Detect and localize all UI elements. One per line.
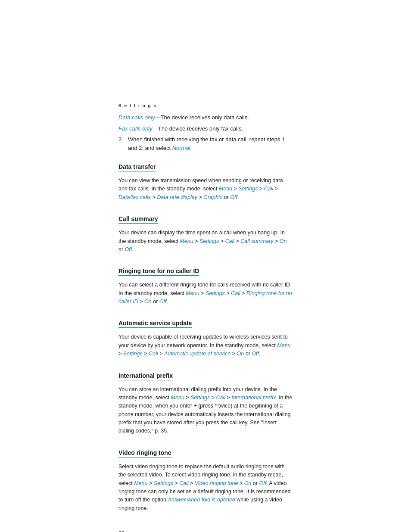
link-settings-as[interactable]: Settings [123,351,143,357]
link-datafaxcalls-dt[interactable]: Data/fax calls [118,194,151,200]
heading-call-summary: Call summary [118,215,158,224]
fax-calls-link[interactable]: Fax calls only [118,125,153,132]
body-call-summary: Your device can display the time spent o… [118,229,293,254]
bullet-number-2: 2. [118,135,125,152]
page-number: 62 [118,530,293,532]
link-answer-when-fold-vrt[interactable]: Answer when fold is opened [168,497,235,503]
link-on-vrt[interactable]: On [244,480,252,486]
section-automatic-service: Automatic service update Your device is … [118,312,293,358]
link-call-ip[interactable]: Call [216,395,226,401]
link-off-dt[interactable]: Off [230,194,237,200]
section-international-prefix: International prefix You can store an in… [118,364,293,436]
body-international-prefix: You can store an international dialing p… [118,386,293,436]
link-off-vrt[interactable]: Off [259,480,266,486]
link-on-as[interactable]: On [237,351,244,357]
numbered-item-2: 2. When finished with receiving the fax … [118,135,293,152]
normal-link[interactable]: Normal [172,145,190,151]
body-ringing-tone: You can select a different ringing tone … [118,281,293,306]
link-menu-dt[interactable]: Menu [219,186,232,192]
link-call-vrt[interactable]: Call [179,480,189,486]
heading-international-prefix: International prefix [118,372,173,380]
content-area: S e t t i n g s Data calls only—The devi… [0,0,411,532]
link-off-cs[interactable]: Off [125,246,132,252]
heading-video-ringing-tone: Video ringing tone [118,449,171,457]
link-graphic-dt[interactable]: Graphic [203,194,222,200]
link-on-rt[interactable]: On [144,299,152,305]
heading-automatic-service: Automatic service update [118,320,192,328]
link-autoupdate-as[interactable]: Automatic update of service [164,351,230,357]
section-video-ringing-tone: Video ringing tone Select video ringing … [118,442,293,513]
link-call-dt[interactable]: Call [264,186,274,192]
section-ringing-tone: Ringing tone for no caller ID You can se… [118,260,293,306]
bullet-data-calls: Data calls only—The device receives only… [118,113,293,122]
link-settings-vrt[interactable]: Settings [154,480,173,486]
link-on-cs[interactable]: On [280,238,287,244]
numbered-item-2-text: When finished with receiving the fax or … [128,135,293,152]
link-off-rt[interactable]: Off [159,299,167,305]
link-ratedisplay-dt[interactable]: Data rate display [157,194,197,200]
link-menu-ip[interactable]: Menu [171,395,184,401]
link-menu-as[interactable]: Menu [277,342,290,348]
link-intlprefix-ip[interactable]: International prefix [231,395,276,401]
heading-ringing-tone: Ringing tone for no caller ID [118,268,199,276]
link-call-as[interactable]: Call [149,351,158,357]
link-settings-ip[interactable]: Settings [190,395,210,401]
link-videotone-vrt[interactable]: Video ringing tone [195,480,238,486]
link-menu-vrt[interactable]: Menu [134,480,147,486]
page-container: S e t t i n g s Data calls only—The devi… [0,0,411,532]
link-off-as[interactable]: Off [252,351,259,357]
link-settings-rt[interactable]: Settings [206,290,225,296]
link-call-rt[interactable]: Call [231,290,240,296]
data-calls-link[interactable]: Data calls only [118,114,155,121]
settings-label: S e t t i n g s [118,103,293,108]
bullet-fax-calls: Fax calls only—The device receives only … [118,124,293,133]
body-video-ringing-tone: Select video ringing tone to replace the… [118,463,293,513]
link-settings-dt[interactable]: Settings [238,186,258,192]
link-callsummary-cs[interactable]: Call summary [240,238,273,244]
body-automatic-service: Your device is capable of receiving upda… [118,333,293,358]
section-call-summary: Call summary Your device can display the… [118,208,293,254]
link-menu-rt[interactable]: Menu [186,290,199,296]
link-settings-cs[interactable]: Settings [199,238,219,244]
data-calls-text: —The device receives only data calls. [155,114,249,121]
link-menu-cs[interactable]: Menu [180,238,193,244]
fax-calls-text: —The device receives only fax calls. [153,125,243,132]
section-data-transfer: Data transfer You can view the transmiss… [118,156,293,202]
body-data-transfer: You can view the transmission speed when… [118,177,293,202]
heading-data-transfer: Data transfer [118,163,156,171]
link-call-cs[interactable]: Call [225,238,234,244]
